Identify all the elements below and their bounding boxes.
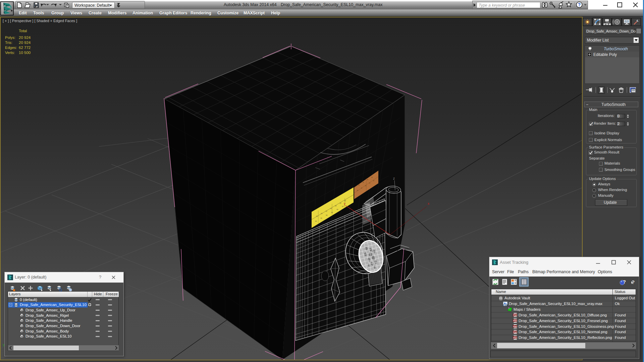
svg-text:PNG: PNG [513, 314, 517, 316]
svg-text:Drop_Safe_American_Security_ES: Drop_Safe_American_Security_ESL10_Reflec… [519, 336, 612, 340]
svg-text:Found: Found [615, 319, 626, 323]
svg-text:Drop_Safe_Amsec_Up_Door: Drop_Safe_Amsec_Up_Door [25, 308, 75, 312]
svg-text:?: ? [578, 2, 581, 7]
svg-text:Drop_Safe_Amsec_ESL10: Drop_Safe_Amsec_ESL10 [25, 334, 71, 338]
svg-text:Drop_Safe_Amsec_Down_Door: Drop_Safe_Amsec_Down_Door [25, 324, 80, 328]
svg-text:MAX: MAX [503, 305, 507, 306]
svg-text:y: y [344, 202, 345, 205]
svg-text:PNG: PNG [513, 337, 517, 339]
svg-text:Drop_Safe_Amsec_Rigel: Drop_Safe_Amsec_Rigel [25, 313, 69, 317]
svg-text:Drop_Safe_American_Security_ES: Drop_Safe_American_Security_ESL10_Normal… [519, 330, 607, 334]
svg-text:Ok: Ok [615, 302, 620, 306]
svg-text:x: x [428, 202, 429, 205]
svg-text:Drop_Safe_American_Security_ES: Drop_Safe_American_Security_ESL10_max_vr… [509, 302, 602, 306]
svg-text:Logged Out: Logged Out [615, 296, 635, 300]
svg-text:Drop_Safe_American_Security_ES: Drop_Safe_American_Security_ESL10_Fresne… [519, 319, 608, 323]
svg-text:Drop_Safe_Amsec_Body: Drop_Safe_Amsec_Body [25, 329, 69, 333]
svg-text:Drop_Safe_American_Security_ES: Drop_Safe_American_Security_ESL10 [20, 303, 87, 307]
svg-text:Found: Found [615, 324, 626, 328]
svg-text:0 (default): 0 (default) [20, 298, 37, 302]
svg-text:PNG: PNG [513, 331, 517, 333]
svg-text:Maps / Shaders: Maps / Shaders [514, 307, 541, 311]
svg-text:?: ? [623, 279, 626, 285]
svg-text:Drop_Safe_American_Security_ES: Drop_Safe_American_Security_ESL10_Diffus… [519, 313, 607, 317]
svg-text:PNG: PNG [513, 320, 517, 322]
svg-text:Drop_Safe_American_Security_ES: Drop_Safe_American_Security_ESL10_Glossi… [519, 324, 614, 328]
svg-text:z: z [393, 177, 395, 180]
svg-text:PNG: PNG [513, 325, 517, 327]
svg-text:Drop_Safe_Amsec_Handle: Drop_Safe_Amsec_Handle [25, 318, 72, 322]
svg-text:Found: Found [615, 330, 626, 334]
svg-text:Found: Found [615, 313, 626, 317]
svg-text:Autodesk Vault: Autodesk Vault [504, 296, 530, 300]
svg-text:Found: Found [615, 336, 626, 340]
